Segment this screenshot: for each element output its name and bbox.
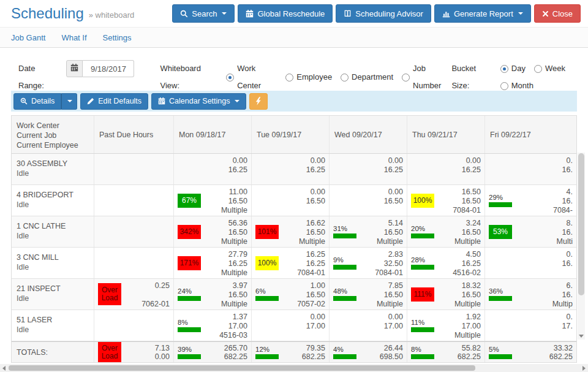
load-percent: 29% (489, 194, 512, 201)
day-cell[interactable]: 8%1.3717.004516-03 (173, 310, 251, 341)
value-line: 7062-01 (127, 300, 170, 309)
cell-values: 0.0016.25 (363, 156, 403, 175)
pastdue-cell[interactable] (94, 248, 173, 278)
date-range-input[interactable] (83, 60, 134, 77)
horizontal-scrollbar[interactable] (0, 364, 588, 372)
day-cell[interactable]: 28%4.5016.254516-02 (407, 248, 484, 278)
scroll-left-arrow-icon[interactable] (2, 366, 6, 371)
day-cell[interactable]: 0.16. (484, 248, 576, 278)
load-bar-fill (489, 202, 512, 207)
pastdue-cell[interactable] (94, 310, 173, 341)
pastdue-cell[interactable] (94, 154, 173, 184)
day-cell[interactable]: 11%1.9217.00Multiple (407, 310, 484, 341)
vertical-scrollbar[interactable] (578, 153, 585, 340)
vertical-scrollbar-thumb[interactable] (578, 153, 584, 295)
day-cell[interactable]: 100%16.2516.257084-01 (251, 248, 329, 278)
value-line: 17.00 (363, 322, 403, 331)
workcenter-cell[interactable]: 1 CNC LATHEIdle (12, 216, 94, 247)
pastdue-cell[interactable]: Over Load0.25 7062-01 (94, 279, 173, 309)
day-cell[interactable]: 48%7.8516.50Multiple (329, 279, 407, 309)
day-cell[interactable]: 0.0016.25 (173, 154, 251, 184)
pastdue-cell[interactable] (94, 216, 173, 247)
day-cell[interactable]: 171%27.7916.25Multiple (173, 248, 251, 278)
topbar-buttons: Search Global Reschedule Scheduling Advi… (172, 4, 581, 23)
day-cell[interactable]: 0.0017.00 (329, 310, 407, 341)
load-bar-fill (255, 354, 279, 359)
workcenter-cell[interactable]: 51 LASERIdle (12, 310, 94, 341)
day-cell[interactable]: 0.0017.00 (251, 310, 329, 341)
refresh-schedule-button[interactable] (249, 93, 268, 110)
day-cell[interactable]: 9%2.8332.507084-01 (329, 248, 407, 278)
radio-label: Department (352, 69, 393, 86)
workcenter-cell[interactable]: 4 BRIDGEPORTIdle (12, 185, 94, 216)
value-line: Multiple (207, 268, 247, 278)
day-cell[interactable]: 0.0016.50 (251, 185, 329, 216)
global-reschedule-button[interactable]: Global Reschedule (238, 4, 333, 23)
day-cell[interactable]: 29%4.16.7084- (484, 185, 576, 216)
radio-department[interactable]: Department (341, 69, 393, 86)
radio-month[interactable]: Month (500, 77, 533, 94)
close-button[interactable]: Close (534, 4, 581, 23)
generate-report-button[interactable]: Generate Report (434, 4, 531, 23)
day-cell[interactable]: 0.16. (484, 154, 576, 184)
value-line: 682.25 (207, 352, 247, 361)
grid-header-day: Fri 09/22/17 (484, 116, 576, 153)
day-cell[interactable]: 20%3.2416.50Multiple (407, 216, 484, 247)
day-cell[interactable]: 53%8.16.Multi (484, 216, 576, 247)
day-cell[interactable]: 0.0016.25 (251, 154, 329, 184)
day-cell[interactable]: 31%5.1416.50Multiple (329, 216, 407, 247)
horizontal-scrollbar-thumb[interactable] (9, 365, 475, 371)
nav-link-settings[interactable]: Settings (103, 33, 132, 42)
workcenter-status: Idle (17, 231, 89, 241)
calendar-settings-button[interactable]: Calendar Settings (151, 93, 246, 110)
day-cell[interactable]: 100%16.5016.507084-01 (407, 185, 484, 216)
scroll-right-arrow-icon[interactable] (582, 366, 586, 371)
day-cell[interactable]: 0.0016.25 (329, 154, 407, 184)
radio-week[interactable]: Week (534, 60, 565, 77)
bucket-size-options: Day Week Month (500, 60, 570, 94)
radio-employee[interactable]: Employee (285, 69, 332, 86)
load-percent: 39% (178, 346, 201, 353)
value-line: 0. (518, 250, 573, 259)
calendar-picker-button[interactable] (66, 60, 83, 77)
value-line: 79.35 (285, 344, 325, 352)
load-bar-fill (411, 233, 434, 238)
load-percent: 8% (411, 346, 434, 353)
workcenter-cell[interactable]: 21 INSPECTIdle (12, 279, 94, 309)
details-dropdown-toggle[interactable] (61, 93, 77, 110)
day-cell[interactable]: 0.0016.25 (407, 154, 484, 184)
day-cell[interactable]: 101%16.6216.50Multiple (251, 216, 329, 247)
day-cell[interactable]: 67%11.0016.50Multiple (173, 185, 251, 216)
cell-indicator: 20% (411, 225, 440, 238)
load-percent: 12% (255, 346, 279, 353)
search-icon (180, 10, 188, 18)
value-line: 16.50 (207, 197, 247, 206)
workcenter-cell[interactable]: 30 ASSEMBLYIdle (12, 154, 94, 184)
cell-values: 0.0016.25 (440, 156, 481, 175)
workcenter-cell[interactable]: 3 CNC MILLIdle (12, 248, 94, 278)
totals-pastdue-cell: Over Load7.130.00 (94, 342, 173, 362)
day-cell[interactable]: 6%1.0016.507057-02 (251, 279, 329, 309)
header-line: Wed 09/20/17 (334, 130, 382, 140)
cell-values: 79.35682.25 (285, 343, 325, 361)
radio-work-center[interactable]: Work Center (226, 60, 277, 94)
day-cell[interactable]: 36%6.16.Multip (484, 279, 576, 309)
header-line: Thu 09/21/17 (412, 130, 458, 140)
pastdue-cell[interactable] (94, 185, 173, 216)
load-percent: 6% (255, 287, 279, 295)
radio-day[interactable]: Day (500, 60, 526, 77)
day-cell[interactable]: 342%56.3616.50Multiple (173, 216, 251, 247)
nav-link-what-if[interactable]: What If (61, 33, 86, 42)
details-button[interactable]: Details (13, 93, 61, 110)
day-cell[interactable]: 24%3.9716.50Multiple (173, 279, 251, 309)
day-cell[interactable]: 111%18.3216.50Multiple (407, 279, 484, 309)
nav-link-job-gantt[interactable]: Job Gantt (11, 33, 45, 42)
scroll-down-arrow-icon[interactable] (579, 335, 584, 338)
day-cell[interactable]: 0.0016.50 (329, 185, 407, 216)
radio-job-number[interactable]: Job Number (402, 60, 451, 94)
day-cell[interactable]: 0.17. (484, 310, 576, 341)
value-line: Multiple (207, 300, 247, 309)
edit-defaults-button[interactable]: Edit Defaults (80, 93, 148, 110)
scheduling-advisor-button[interactable]: Scheduling Advisor (336, 4, 431, 23)
search-button[interactable]: Search (172, 4, 235, 23)
